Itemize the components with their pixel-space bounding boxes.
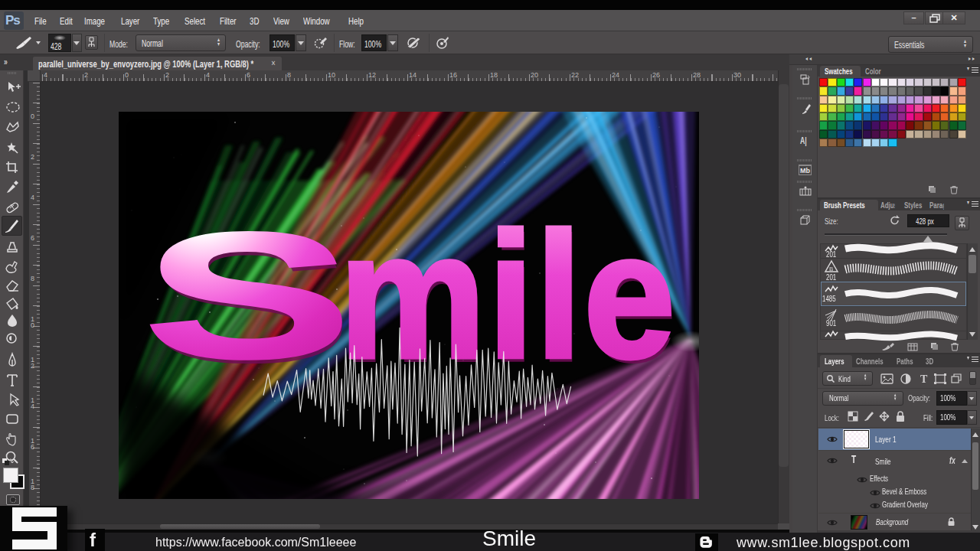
svg-text:T: T: [920, 373, 928, 385]
svg-text:B: B: [829, 266, 833, 272]
